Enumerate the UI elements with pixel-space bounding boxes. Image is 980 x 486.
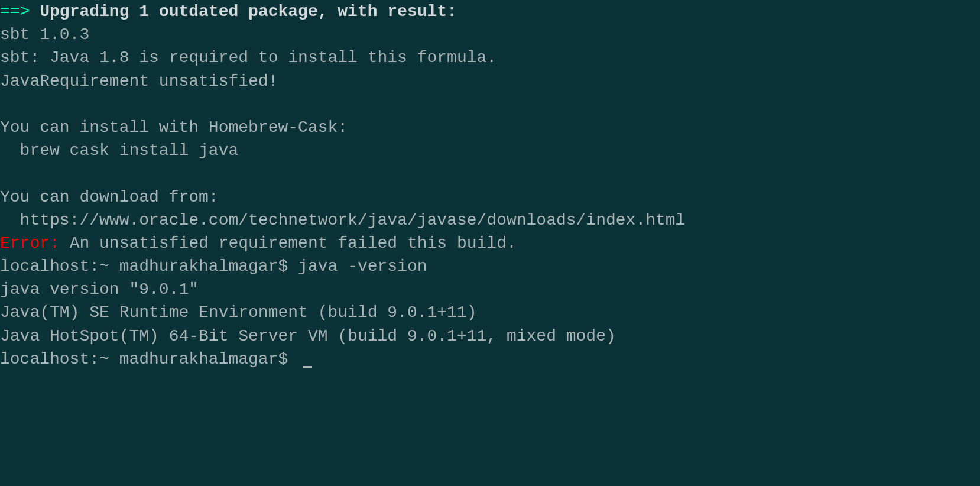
- cursor-icon[interactable]: [303, 366, 312, 368]
- command-input[interactable]: java -version: [298, 257, 427, 276]
- output-line: You can download from:: [0, 188, 219, 206]
- shell-prompt: localhost:~ madhurakhalmagar$: [0, 350, 298, 368]
- output-line: JavaRequirement unsatisfied!: [0, 72, 278, 90]
- output-line: Java(TM) SE Runtime Environment (build 9…: [0, 303, 477, 322]
- output-line: sbt: Java 1.8 is required to install thi…: [0, 48, 497, 67]
- output-line: sbt 1.0.3: [0, 25, 89, 44]
- output-line: brew cask install java: [0, 141, 238, 160]
- output-line: You can install with Homebrew-Cask:: [0, 118, 348, 137]
- error-label: Error:: [0, 234, 60, 252]
- error-message: An unsatisfied requirement failed this b…: [60, 234, 517, 252]
- output-line: Java HotSpot(TM) 64-Bit Server VM (build…: [0, 327, 616, 345]
- terminal-window[interactable]: ==> Upgrading 1 outdated package, with r…: [0, 0, 980, 371]
- output-line: java version "9.0.1": [0, 280, 199, 299]
- brew-header: Upgrading 1 outdated package, with resul…: [30, 2, 457, 21]
- shell-prompt: localhost:~ madhurakhalmagar$: [0, 257, 298, 276]
- brew-arrow-prefix: ==>: [0, 2, 30, 21]
- output-line: https://www.oracle.com/technetwork/java/…: [0, 211, 685, 229]
